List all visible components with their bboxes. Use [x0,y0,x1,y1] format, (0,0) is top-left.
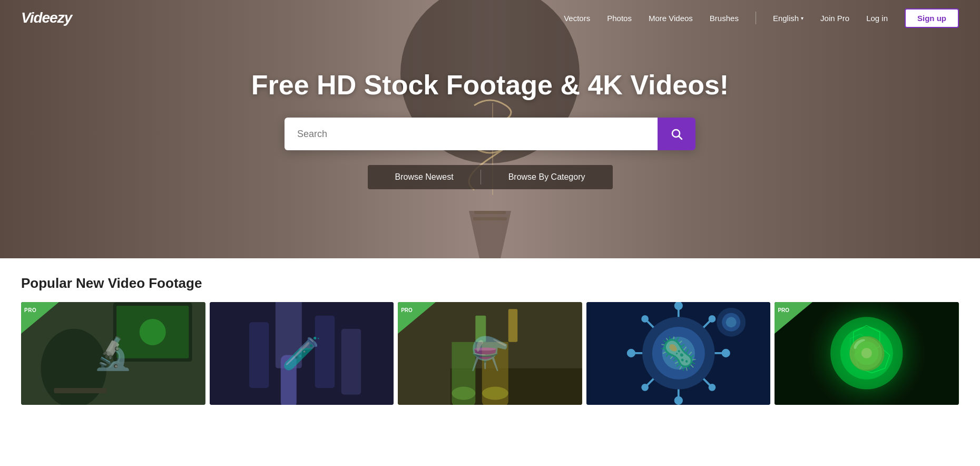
svg-point-8 [140,319,166,345]
svg-point-50 [855,341,879,365]
svg-point-25 [652,327,705,380]
svg-rect-13 [280,355,296,405]
svg-line-4 [679,137,682,140]
svg-point-26 [662,337,694,370]
svg-point-9 [41,329,106,405]
join-pro-link[interactable]: Join Pro [820,14,849,23]
video-grid: PRO [21,302,959,405]
sign-up-button[interactable]: Sign up [905,8,959,28]
svg-rect-15 [315,316,334,388]
svg-point-42 [642,385,648,390]
video-card[interactable]: PRO [21,302,205,405]
pro-badge-triangle-3 [398,302,436,334]
nav-vectors[interactable]: Vectors [564,14,590,23]
card-image-4 [586,302,771,405]
popular-section-title: Popular New Video Footage [21,275,959,292]
svg-point-36 [709,316,714,322]
main-nav: Vectors Photos More Videos Brushes Engli… [564,8,959,28]
header: Videezy Vectors Photos More Videos Brush… [0,0,980,36]
svg-rect-1 [474,211,506,214]
browse-newest-button[interactable]: Browse Newest [368,165,481,189]
search-icon [670,128,683,140]
card-thumbnail-4 [586,302,771,405]
svg-point-38 [709,385,714,390]
search-input[interactable] [285,118,658,150]
browse-by-category-button[interactable]: Browse By Category [481,165,613,189]
nav-more-videos[interactable]: More Videos [649,14,693,23]
pro-badge-text-3: PRO [401,307,413,313]
svg-rect-2 [473,217,507,220]
log-in-link[interactable]: Log in [866,14,888,23]
pro-badge-triangle [21,302,59,334]
video-card[interactable] [586,302,771,405]
svg-point-20 [452,387,476,400]
hero-title: Free HD Stock Footage & 4K Videos! [251,69,729,101]
hero-section: Free HD Stock Footage & 4K Videos! Brows… [0,0,980,258]
card-image-2 [210,302,394,405]
svg-point-51 [861,348,872,358]
pro-badge-text-5: PRO [778,307,789,313]
nav-photos[interactable]: Photos [607,14,632,23]
pro-badge-text: PRO [24,307,36,313]
svg-rect-16 [341,329,360,395]
pro-badge-container: PRO [21,302,59,334]
svg-rect-14 [249,322,269,388]
svg-rect-12 [275,302,301,368]
svg-point-34 [628,350,634,356]
pro-badge-triangle-5 [775,302,812,334]
svg-rect-10 [54,388,106,393]
hero-content: Free HD Stock Footage & 4K Videos! Brows… [0,69,980,189]
video-card[interactable]: PRO [775,302,959,405]
search-bar [285,118,695,150]
card-thumbnail-2 [210,302,394,405]
video-card[interactable] [210,302,394,405]
nav-divider [756,12,756,24]
video-card[interactable]: PRO [398,302,582,405]
search-button[interactable] [658,118,695,150]
chevron-down-icon: ▾ [801,15,803,21]
svg-point-28 [675,303,681,309]
logo[interactable]: Videezy [21,9,72,26]
language-selector[interactable]: English ▾ [773,14,803,23]
svg-point-22 [482,387,508,400]
svg-point-45 [726,317,736,327]
svg-rect-19 [476,316,486,342]
svg-point-32 [675,397,681,404]
popular-section: Popular New Video Footage PRO [0,258,980,413]
language-label: English [773,14,799,23]
svg-point-49 [840,327,893,380]
svg-point-30 [722,350,729,356]
browse-buttons: Browse Newest Browse By Category [368,165,613,189]
nav-brushes[interactable]: Brushes [710,14,739,23]
pro-badge-container-3: PRO [398,302,436,334]
pro-badge-container-5: PRO [775,302,812,334]
svg-rect-21 [508,309,517,342]
svg-point-40 [642,316,648,322]
